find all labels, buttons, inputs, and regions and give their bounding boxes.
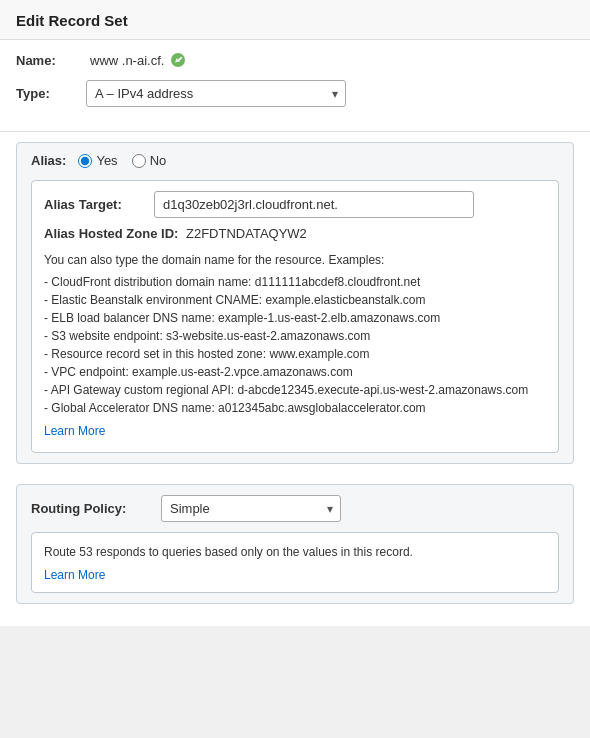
- alias-target-label: Alias Target:: [44, 197, 154, 212]
- alias-hosted-zone-value: Z2FDTNDATAQYW2: [186, 226, 307, 241]
- routing-outer: Routing Policy: SimpleWeightedLatencyFai…: [0, 480, 590, 626]
- alias-yes-label[interactable]: Yes: [96, 153, 117, 168]
- list-item: - Elastic Beanstalk environment CNAME: e…: [44, 291, 546, 309]
- type-select-wrapper: A – IPv4 addressAAAA – IPv6 addressCNAME…: [86, 80, 346, 107]
- alias-hosted-zone-label: Alias Hosted Zone ID:: [44, 226, 178, 241]
- alias-info-intro: You can also type the domain name for th…: [44, 253, 384, 267]
- routing-policy-label: Routing Policy:: [31, 501, 161, 516]
- list-item: - Resource record set in this hosted zon…: [44, 345, 546, 363]
- list-item: - VPC endpoint: example.us-east-2.vpce.a…: [44, 363, 546, 381]
- alias-info-text: You can also type the domain name for th…: [44, 251, 546, 417]
- alias-hosted-zone-row: Alias Hosted Zone ID: Z2FDTNDATAQYW2: [44, 226, 546, 241]
- routing-section: Routing Policy: SimpleWeightedLatencyFai…: [16, 484, 574, 604]
- form-title: Edit Record Set: [16, 12, 574, 29]
- name-label: Name:: [16, 53, 86, 68]
- alias-no-option[interactable]: No: [132, 153, 167, 168]
- edit-name-icon[interactable]: [170, 52, 186, 68]
- name-value: www .n-ai.cf.: [90, 53, 164, 68]
- alias-info-list: - CloudFront distribution domain name: d…: [44, 273, 546, 417]
- alias-label: Alias:: [31, 153, 66, 168]
- list-item: - S3 website endpoint: s3-website.us-eas…: [44, 327, 546, 345]
- alias-target-input[interactable]: [154, 191, 474, 218]
- alias-no-radio[interactable]: [132, 154, 146, 168]
- routing-learn-more-link[interactable]: Learn More: [44, 568, 105, 582]
- alias-target-box: Alias Target: Alias Hosted Zone ID: Z2FD…: [31, 180, 559, 453]
- form-header: Edit Record Set: [0, 0, 590, 40]
- list-item: - CloudFront distribution domain name: d…: [44, 273, 546, 291]
- routing-info-box: Route 53 responds to queries based only …: [31, 532, 559, 593]
- routing-header-row: Routing Policy: SimpleWeightedLatencyFai…: [31, 495, 559, 522]
- alias-yes-option[interactable]: Yes: [78, 153, 117, 168]
- list-item: - Global Accelerator DNS name: a012345ab…: [44, 399, 546, 417]
- alias-target-row: Alias Target:: [44, 191, 546, 218]
- alias-learn-more-link[interactable]: Learn More: [44, 424, 105, 438]
- name-field-row: Name: www .n-ai.cf.: [16, 52, 574, 68]
- alias-radio-group: Yes No: [78, 153, 166, 168]
- alias-yes-radio[interactable]: [78, 154, 92, 168]
- type-select[interactable]: A – IPv4 addressAAAA – IPv6 addressCNAME…: [86, 80, 346, 107]
- type-field-row: Type: A – IPv4 addressAAAA – IPv6 addres…: [16, 80, 574, 107]
- alias-no-label[interactable]: No: [150, 153, 167, 168]
- alias-outer: Alias: Yes No Alias Target:: [0, 132, 590, 480]
- routing-policy-select[interactable]: SimpleWeightedLatencyFailoverGeolocation…: [161, 495, 341, 522]
- list-item: - API Gateway custom regional API: d-abc…: [44, 381, 546, 399]
- routing-select-wrapper: SimpleWeightedLatencyFailoverGeolocation…: [161, 495, 341, 522]
- edit-record-set-form: Edit Record Set Name: www .n-ai.cf. Type…: [0, 0, 590, 626]
- alias-section: Alias: Yes No Alias Target:: [16, 142, 574, 464]
- basic-fields-section: Name: www .n-ai.cf. Type: A – IPv4 addre…: [0, 40, 590, 132]
- list-item: - ELB load balancer DNS name: example-1.…: [44, 309, 546, 327]
- type-label: Type:: [16, 86, 86, 101]
- routing-info-text: Route 53 responds to queries based only …: [44, 543, 546, 561]
- alias-header-row: Alias: Yes No: [31, 153, 559, 168]
